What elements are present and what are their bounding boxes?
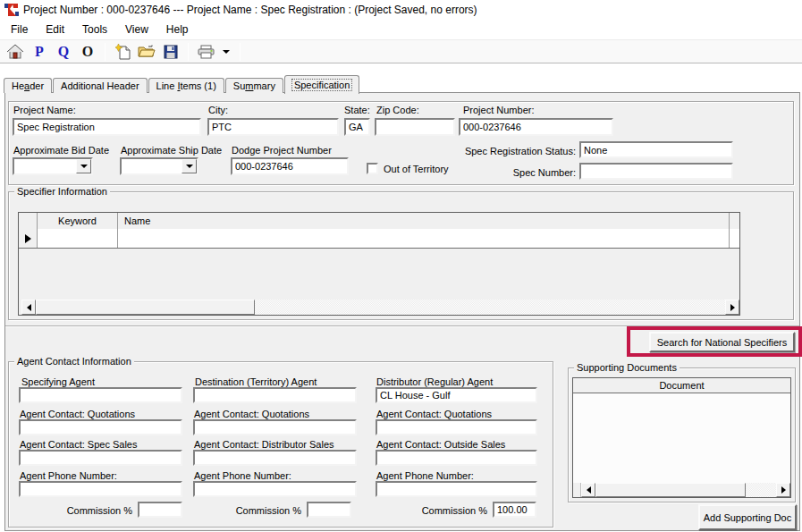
scroll-left-button[interactable] bbox=[21, 300, 36, 315]
agent1-phone-input[interactable] bbox=[19, 481, 182, 497]
agent1-commission-label: Commission % bbox=[19, 505, 132, 516]
arrow-right-icon bbox=[781, 486, 786, 494]
print-dropdown-button[interactable] bbox=[221, 42, 232, 62]
agent1-contact-quotations-label: Agent Contact: Quotations bbox=[20, 409, 135, 419]
document-column-header[interactable]: Document bbox=[573, 378, 790, 393]
dodge-project-number-input[interactable] bbox=[231, 157, 349, 175]
chevron-down-icon bbox=[80, 165, 88, 168]
agent2-contact-distributor-sales-input[interactable] bbox=[193, 450, 357, 466]
specifying-agent-label: Specifying Agent bbox=[21, 376, 95, 387]
combo-dropdown-button[interactable] bbox=[182, 159, 197, 173]
tab-additional-header[interactable]: Additional Header bbox=[53, 78, 147, 93]
combo-dropdown-button[interactable] bbox=[76, 159, 91, 173]
row-selector-cell[interactable] bbox=[19, 229, 38, 248]
print-button[interactable] bbox=[197, 42, 215, 62]
agent1-contact-quotations-input[interactable] bbox=[19, 419, 182, 435]
tab-specification[interactable]: Specification bbox=[284, 75, 359, 94]
scroll-right-button[interactable] bbox=[725, 300, 739, 315]
toolbar-separator bbox=[188, 43, 189, 61]
keyword-column-header[interactable]: Keyword bbox=[38, 213, 118, 229]
destination-agent-input[interactable] bbox=[193, 387, 357, 403]
agent1-contact-spec-sales-input[interactable] bbox=[19, 450, 182, 466]
zip-code-label: Zip Code: bbox=[376, 105, 419, 115]
menu-file[interactable]: File bbox=[6, 21, 32, 38]
scrollbar-thumb[interactable] bbox=[36, 300, 255, 315]
agent2-contact-quotations-label: Agent Contact: Quotations bbox=[194, 409, 309, 419]
spec-number-label: Spec Number: bbox=[390, 167, 576, 178]
save-button[interactable] bbox=[162, 42, 180, 62]
menu-tools[interactable]: Tools bbox=[78, 21, 112, 38]
scrollbar-track[interactable] bbox=[255, 300, 725, 315]
specifier-grid-header: Keyword Name bbox=[19, 213, 739, 229]
agent2-commission-input[interactable] bbox=[307, 502, 351, 518]
project-number-label: Project Number: bbox=[463, 105, 534, 115]
approx-bid-date-combo[interactable] bbox=[13, 157, 93, 175]
scrollbar-track[interactable] bbox=[746, 483, 776, 497]
city-label: City: bbox=[208, 105, 228, 115]
name-column-header[interactable]: Name bbox=[118, 213, 730, 229]
toolbar-separator bbox=[240, 43, 241, 61]
agent3-phone-label: Agent Phone Number: bbox=[376, 470, 474, 481]
toolbar-separator bbox=[105, 43, 106, 61]
destination-agent-label: Destination (Territory) Agent bbox=[195, 376, 317, 387]
specifying-agent-input[interactable] bbox=[19, 387, 182, 403]
menu-help[interactable]: Help bbox=[162, 21, 193, 38]
agent3-contact-quotations-input[interactable] bbox=[376, 419, 537, 435]
approx-ship-date-combo[interactable] bbox=[120, 157, 198, 175]
project-number-input[interactable] bbox=[459, 118, 613, 136]
scrollbar-thumb[interactable] bbox=[595, 483, 746, 497]
tab-strip: Header Additional Header Line Items (1) … bbox=[4, 75, 360, 93]
dodge-project-number-label: Dodge Project Number bbox=[232, 145, 332, 156]
app-logo-icon bbox=[4, 3, 19, 17]
agent2-contact-quotations-input[interactable] bbox=[193, 419, 357, 435]
approx-ship-date-label: Approximate Ship Date bbox=[121, 145, 222, 156]
scrollbar-gutter bbox=[573, 483, 581, 497]
tab-header[interactable]: Header bbox=[4, 78, 52, 93]
current-record-arrow-icon bbox=[25, 234, 31, 243]
project-name-input[interactable] bbox=[13, 118, 201, 136]
agent2-phone-input[interactable] bbox=[193, 481, 357, 497]
zip-code-input[interactable] bbox=[375, 118, 455, 136]
scroll-left-button[interactable] bbox=[581, 483, 595, 497]
open-folder-icon bbox=[138, 45, 156, 58]
add-supporting-doc-button[interactable]: Add Supporting Doc bbox=[698, 504, 797, 530]
menu-view[interactable]: View bbox=[121, 21, 153, 38]
tab-line-items[interactable]: Line Items (1) bbox=[148, 78, 224, 93]
open-project-button[interactable] bbox=[138, 42, 156, 62]
agent3-contact-outside-sales-input[interactable] bbox=[376, 450, 537, 466]
toolbar-letter-o[interactable]: O bbox=[79, 42, 97, 62]
agent3-commission-input[interactable] bbox=[493, 502, 536, 518]
supporting-documents-legend: Supporting Documents bbox=[574, 362, 680, 373]
tab-summary[interactable]: Summary bbox=[225, 78, 283, 93]
distributor-agent-input[interactable] bbox=[376, 387, 537, 403]
agent3-commission-label: Commission % bbox=[376, 505, 487, 516]
scroll-right-button[interactable] bbox=[776, 483, 790, 497]
app-window: Project Number : 000-0237646 --- Project… bbox=[0, 0, 802, 532]
agent3-contact-quotations-label: Agent Contact: Quotations bbox=[376, 409, 492, 419]
search-national-specifiers-button[interactable]: Search for National Specifiers bbox=[649, 332, 795, 352]
specifier-grid-empty-area bbox=[19, 249, 739, 300]
spec-number-input[interactable] bbox=[579, 163, 733, 180]
print-icon bbox=[198, 45, 215, 59]
agent2-phone-label: Agent Phone Number: bbox=[194, 470, 291, 481]
spare-cell bbox=[730, 229, 739, 248]
toolbar-letter-p[interactable]: P bbox=[30, 42, 48, 62]
menu-edit[interactable]: Edit bbox=[41, 21, 69, 38]
chevron-down-icon bbox=[223, 50, 230, 54]
agent2-commission-label: Commission % bbox=[193, 505, 301, 516]
specifier-grid: Keyword Name bbox=[18, 212, 740, 316]
keyword-cell[interactable] bbox=[38, 229, 118, 248]
name-cell[interactable] bbox=[118, 229, 730, 248]
spec-registration-status-input[interactable] bbox=[579, 141, 733, 158]
state-input[interactable] bbox=[344, 118, 370, 136]
agent1-commission-input[interactable] bbox=[138, 502, 182, 518]
toolbar-letter-q[interactable]: Q bbox=[55, 42, 72, 62]
state-label: State: bbox=[344, 105, 370, 115]
home-button[interactable] bbox=[6, 42, 24, 62]
supporting-documents-grid: Document bbox=[572, 377, 791, 498]
city-input[interactable] bbox=[207, 118, 339, 136]
agent3-phone-input[interactable] bbox=[376, 481, 537, 497]
new-document-button[interactable] bbox=[114, 42, 131, 62]
out-of-territory-checkbox[interactable] bbox=[367, 163, 378, 174]
project-name-label: Project Name: bbox=[13, 105, 76, 115]
